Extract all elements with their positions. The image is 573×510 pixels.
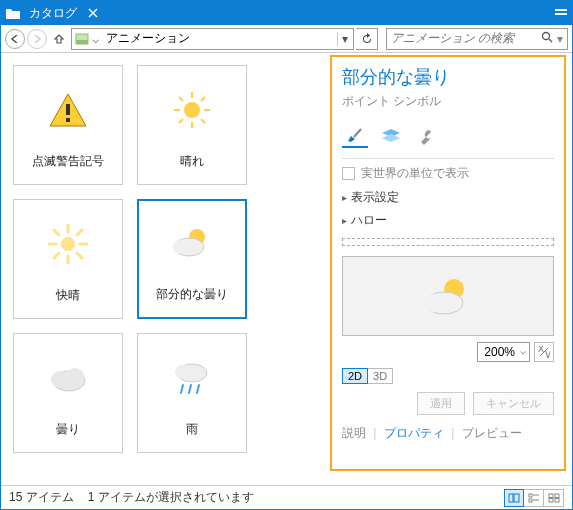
symbol-item-partly-cloudy[interactable]: 部分的な曇り [137,199,247,319]
item-label: 快晴 [56,287,80,304]
svg-text:y: y [545,347,550,358]
expander-halo[interactable]: ハロー [342,209,554,232]
search-dropdown-icon[interactable]: ▾ [557,32,563,46]
dimension-toggle: 2D 3D [342,368,554,384]
svg-rect-46 [529,494,532,497]
symbol-grid: 点滅警告記号 晴れ 快晴 部分的な曇り 曇り [1,53,301,465]
item-label: 点滅警告記号 [32,153,104,170]
sun-icon [172,85,212,135]
tab-preview[interactable]: プレビュー [462,426,522,440]
location-dropdown-icon[interactable]: ⌵ [92,32,102,46]
svg-rect-51 [555,494,559,498]
svg-point-28 [173,240,189,254]
symbol-preview [342,256,554,336]
folder-icon [5,6,21,20]
svg-rect-7 [66,118,70,122]
status-selection: 1 アイテムが選択されています [88,489,254,506]
svg-point-4 [543,33,550,40]
symbol-item-rain[interactable]: 雨 [137,333,247,453]
view-grid-icon[interactable] [544,489,564,507]
panel-bottom-tabs: 説明 | プロパティ | プレビュー [342,425,554,442]
dim-2d-button[interactable]: 2D [342,368,368,384]
rain-icon [169,353,215,403]
nav-forward-button[interactable] [27,29,47,49]
properties-panel: 部分的な曇り ポイント シンボル 実世界の単位で表示 表示設定 ハロー 200%… [330,55,566,471]
close-tab-icon[interactable] [85,5,101,21]
refresh-button[interactable] [356,28,378,50]
view-mode-toggle [504,489,564,507]
svg-point-30 [51,371,69,387]
svg-line-35 [189,385,191,393]
checkbox-label: 実世界の単位で表示 [361,165,469,182]
dim-3d-button[interactable]: 3D [368,368,393,384]
svg-line-13 [179,97,183,101]
cloud-icon [45,353,91,403]
search-input[interactable]: アニメーション の検索 ▾ [386,28,568,50]
search-icon [541,31,553,46]
checkbox-icon [342,167,355,180]
svg-line-23 [77,253,82,258]
partly-cloudy-icon [169,218,215,268]
svg-line-37 [354,129,361,137]
symbol-item-sunny[interactable]: 晴れ [137,65,247,185]
item-label: 雨 [186,421,198,438]
toolbar: ⌵ アニメーション ▾ アニメーション の検索 ▾ [1,25,572,53]
menu-chevron-icon[interactable] [554,6,568,20]
real-world-units-checkbox[interactable]: 実世界の単位で表示 [342,165,554,182]
nav-back-button[interactable] [5,29,25,49]
svg-line-34 [181,385,183,393]
svg-rect-1 [555,13,567,15]
svg-rect-44 [509,494,513,502]
svg-line-16 [179,119,183,123]
svg-point-33 [175,365,191,379]
panel-title: 部分的な曇り [342,65,554,89]
symbol-item-warning[interactable]: 点滅警告記号 [13,65,123,185]
panel-subtitle: ポイント シンボル [342,93,554,110]
svg-line-24 [77,230,82,235]
svg-rect-45 [514,494,519,502]
cancel-button[interactable]: キャンセル [473,392,554,415]
symbol-item-cloudy[interactable]: 曇り [13,333,123,453]
svg-rect-50 [549,494,553,498]
actual-size-button[interactable]: xy [534,342,554,362]
address-bar[interactable]: ⌵ アニメーション ▾ [71,28,354,50]
tab-properties[interactable]: プロパティ [384,426,444,440]
svg-rect-53 [555,498,559,502]
drop-target [342,238,554,246]
svg-rect-52 [549,498,553,502]
title-bar: カタログ [1,1,572,25]
brush-tab-icon[interactable] [342,124,368,148]
symbol-item-clear[interactable]: 快晴 [13,199,123,319]
location-thumb-icon [74,31,90,47]
svg-line-22 [54,230,59,235]
svg-line-15 [201,97,205,101]
breadcrumb[interactable]: アニメーション [102,30,337,47]
svg-text:x: x [538,346,544,355]
svg-line-5 [549,39,552,42]
tab-description[interactable]: 説明 [342,426,366,440]
status-bar: 15 アイテム 1 アイテムが選択されています [1,485,572,509]
breadcrumb-dropdown-icon[interactable]: ▾ [337,32,351,46]
svg-rect-6 [66,104,70,115]
svg-line-25 [54,253,59,258]
expander-display-settings[interactable]: 表示設定 [342,186,554,209]
window-title: カタログ [29,5,77,22]
svg-point-8 [184,102,200,118]
nav-up-button[interactable] [49,29,69,49]
zoom-select[interactable]: 200% [477,342,530,362]
item-label: 曇り [56,421,80,438]
view-details-icon[interactable] [504,489,524,507]
item-label: 晴れ [180,153,204,170]
svg-point-17 [61,237,75,251]
layers-tab-icon[interactable] [378,124,404,148]
wrench-tab-icon[interactable] [414,124,440,148]
triangle-warning-icon [46,85,90,135]
svg-rect-0 [555,9,567,11]
content-area: 点滅警告記号 晴れ 快晴 部分的な曇り 曇り [1,53,572,485]
svg-point-40 [424,294,444,312]
view-list-icon[interactable] [524,489,544,507]
svg-rect-48 [529,499,532,502]
apply-button[interactable]: 適用 [417,392,465,415]
symbol-tool-tabs [342,120,554,154]
status-item-count: 15 アイテム [9,489,74,506]
